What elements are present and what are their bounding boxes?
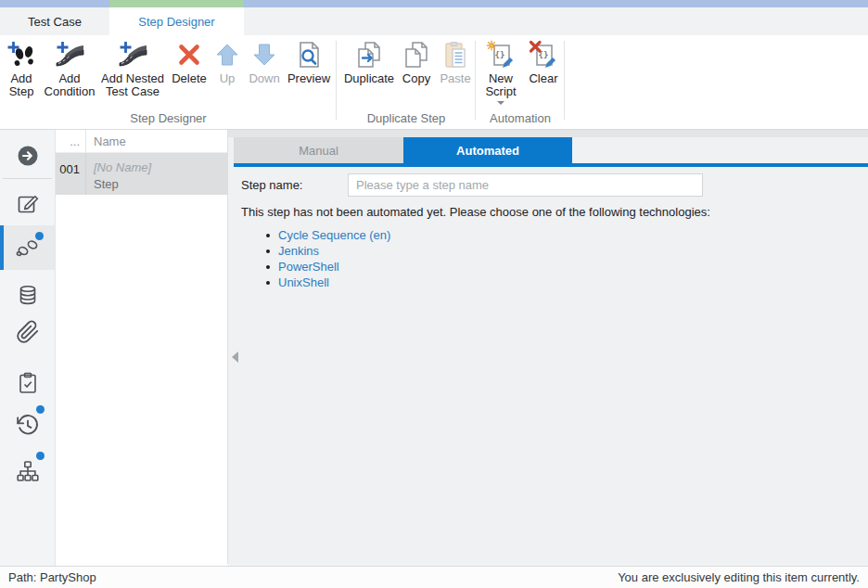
column-header-name[interactable]: Name [86,130,227,152]
tab-step-designer-label: Step Designer [138,15,214,29]
up-arrow-icon [211,39,243,70]
add-nested-test-case-button[interactable]: Add Nested Test Case [96,39,169,98]
sidebar-item-navigate[interactable] [0,134,55,178]
left-icon-sidebar [0,130,56,566]
step-editor-panel: Manual Automated Step name: This step ha… [228,130,868,566]
up-button: Up [210,39,245,85]
preview-button[interactable]: Preview [284,39,334,85]
copy-button[interactable]: Copy [398,39,435,85]
status-edit-lock-message: You are exclusively editing this item cu… [618,570,860,584]
tab-test-case[interactable]: Test Case [0,7,109,35]
step-row[interactable]: 001 [No Name] Step [56,153,227,195]
sidebar-item-attachments[interactable] [0,310,55,354]
step-name: [No Name] [94,160,227,174]
step-name-label: Step name: [241,178,303,192]
add-nested-test-case-icon [117,39,148,70]
technology-list-item: Jenkins [266,243,390,259]
sidebar-item-edit[interactable] [0,181,55,225]
down-arrow-icon [249,39,280,70]
technology-link[interactable]: PowerShell [278,260,339,274]
column-header-number[interactable]: ... [56,130,86,152]
delete-label: Delete [172,70,207,85]
status-path: Path: PartyShop [8,570,96,584]
paste-label: Paste [440,70,470,85]
ribbon-group-label: Automation [476,111,565,129]
step-number: 001 [56,153,86,195]
step-designer-window: { "app_tabs": { "test_case": "Test Case"… [0,0,868,588]
ribbon-group-automation: {} New Script {} [476,35,565,129]
panel-collapse-arrow-icon[interactable] [232,352,238,363]
history-clock-icon [16,413,40,437]
add-nested-test-case-label: Add Nested Test Case [96,70,169,98]
technology-link[interactable]: Jenkins [278,244,319,258]
sidebar-item-steps[interactable] [0,225,55,270]
step-name-input[interactable] [348,173,703,197]
tab-step-designer[interactable]: Step Designer [109,7,244,35]
duplicate-button[interactable]: Duplicate [340,39,398,85]
hierarchy-icon [16,459,40,483]
ribbon-group-label: Step Designer [0,111,337,129]
tab-test-case-label: Test Case [28,15,82,29]
sidebar-divider [3,178,52,179]
duplicate-icon [353,39,385,70]
delete-icon [173,39,205,70]
copy-label: Copy [402,70,430,85]
ribbon-group-label: Duplicate Step [337,111,476,129]
paste-icon [440,39,471,70]
badge-dot [36,405,45,414]
go-arrow-icon [16,144,40,168]
ribbon-group-step-designer: Add Step Add Condition [0,35,337,129]
step-list-panel: ... Name 001 [No Name] Step [56,130,228,564]
down-button: Down [245,39,284,85]
add-condition-label: Add Condition [43,70,96,98]
step-list-header: ... Name [56,130,227,153]
clear-script-icon: {} [528,39,559,70]
down-label: Down [249,70,279,85]
preview-label: Preview [287,70,330,85]
preview-icon [293,39,325,70]
badge-dot [36,452,45,460]
tab-automated[interactable]: Automated [403,137,572,163]
technology-link[interactable]: Cycle Sequence (en) [278,228,390,242]
add-condition-button[interactable]: Add Condition [43,39,96,98]
technology-link[interactable]: UnixShell [278,275,329,289]
dropdown-caret-icon [497,101,504,105]
paperclip-icon [16,320,40,344]
editor-tab-bar: Manual Automated [234,137,572,163]
technology-list-item: UnixShell [266,275,390,290]
editor-top-band [228,130,868,137]
sidebar-item-review[interactable] [0,361,55,405]
duplicate-label: Duplicate [344,70,394,85]
add-step-button[interactable]: Add Step [0,39,43,98]
sidebar-item-history[interactable] [0,403,55,447]
database-icon [16,283,40,307]
selection-indicator [0,225,4,270]
tab-manual-label: Manual [299,144,338,158]
automation-info-text: This step has not been automated yet. Pl… [241,205,710,219]
sidebar-item-dependencies[interactable] [0,449,55,493]
tab-automated-label: Automated [456,144,519,158]
step-type: Step [94,177,227,191]
add-condition-icon [54,39,85,70]
clipboard-check-icon [16,371,40,395]
new-script-button[interactable]: {} New Script [478,39,524,105]
document-tab-bar: Test Case Step Designer [0,7,868,35]
technology-list-item: Cycle Sequence (en) [266,227,390,243]
edit-pencil-icon [16,191,40,215]
paste-button: Paste [435,39,476,85]
ribbon-toolbar: Add Step Add Condition [0,35,868,130]
clear-button[interactable]: {} Clear [524,39,563,85]
svg-text:{}: {} [495,50,505,59]
ribbon-group-duplicate-step: Duplicate Copy [337,35,476,129]
technology-list-item: PowerShell [266,259,390,275]
technology-list: Cycle Sequence (en) Jenkins PowerShell U… [266,227,390,290]
new-script-icon: {} [485,39,517,70]
clear-label: Clear [529,70,557,85]
new-script-label: New Script [478,70,524,98]
active-tab-accent-strip [109,0,244,7]
delete-button[interactable]: Delete [169,39,210,85]
tab-manual[interactable]: Manual [234,137,403,163]
up-label: Up [220,70,236,85]
add-step-label: Add Step [0,70,43,98]
badge-dot [35,232,44,240]
